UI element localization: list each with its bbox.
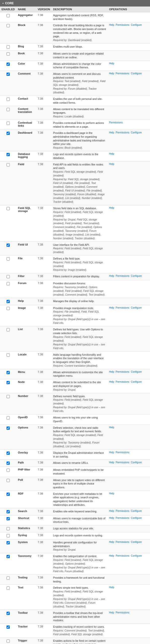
module-description: Stores field data in an SQL database.Req… — [52, 205, 108, 242]
operation-help-link[interactable]: Help — [109, 461, 114, 464]
operation-permissions-link[interactable]: Permissions — [116, 554, 129, 557]
module-enable-checkbox[interactable] — [7, 625, 10, 629]
operation-configure-link[interactable]: Configure — [131, 370, 142, 373]
module-enable-checkbox[interactable] — [7, 510, 10, 513]
operation-configure-link[interactable]: Configure — [131, 24, 142, 26]
module-enable-checkbox[interactable] — [7, 469, 10, 472]
module-enable-checkbox[interactable] — [7, 122, 10, 125]
operation-permissions-link[interactable]: Permissions — [116, 24, 129, 26]
module-enable-checkbox[interactable] — [7, 555, 10, 558]
operation-permissions-link[interactable]: Permissions — [116, 541, 129, 543]
operation-help-link[interactable]: Help — [109, 370, 114, 373]
module-enable-checkbox[interactable] — [7, 576, 10, 580]
operation-help-link[interactable]: Help — [109, 586, 114, 589]
module-enable-checkbox[interactable] — [7, 541, 10, 544]
operation-help-link[interactable]: Help — [109, 510, 114, 512]
module-enable-checkbox[interactable] — [7, 275, 10, 278]
module-enable-checkbox[interactable] — [7, 14, 10, 17]
operation-permissions-link[interactable]: Permissions — [109, 121, 123, 124]
module-operations — [108, 280, 150, 298]
operation-help-link[interactable]: Help — [109, 62, 114, 65]
operation-configure-link[interactable]: Configure — [131, 306, 142, 309]
operation-configure-link[interactable]: Configure — [131, 517, 142, 519]
module-enable-checkbox[interactable] — [7, 639, 10, 643]
module-enable-checkbox[interactable] — [7, 328, 10, 331]
operation-help-link[interactable]: Help — [109, 554, 114, 557]
module-version: 7.38 — [36, 539, 52, 553]
module-operations: HelpPermissionsConfigure — [108, 508, 150, 515]
module-description: Displays the Drupal administration inter… — [52, 450, 108, 460]
operation-help-link[interactable]: Help — [109, 131, 114, 134]
module-enable-checkbox[interactable] — [7, 353, 10, 357]
module-description-text: Field API to add fields to entities like… — [53, 163, 103, 170]
operation-help-link[interactable]: Help — [109, 275, 114, 277]
table-row: Options7.38Defines selection, check box … — [0, 424, 150, 450]
operation-permissions-link[interactable]: Permissions — [116, 131, 129, 134]
module-enable-checkbox[interactable] — [7, 163, 10, 166]
module-enable-checkbox[interactable] — [7, 416, 10, 419]
module-enable-checkbox[interactable] — [7, 517, 10, 520]
operation-help-link[interactable]: Help — [109, 492, 114, 495]
operation-configure-link[interactable]: Configure — [131, 541, 142, 543]
module-version: 7.38 — [36, 71, 52, 96]
module-enable-checkbox[interactable] — [7, 381, 10, 384]
operation-permissions-link[interactable]: Permissions — [116, 611, 129, 614]
operation-configure-link[interactable]: Configure — [131, 275, 142, 277]
module-enable-checkbox[interactable] — [7, 45, 10, 49]
module-enable-checkbox[interactable] — [7, 98, 10, 101]
module-enable-checkbox[interactable] — [7, 108, 10, 111]
module-enable-checkbox[interactable] — [7, 371, 10, 374]
operation-help-link[interactable]: Help — [109, 206, 114, 209]
operation-help-link[interactable]: Help — [109, 152, 114, 155]
operation-configure-link[interactable]: Configure — [131, 72, 142, 75]
operation-configure-link[interactable]: Configure — [131, 554, 142, 557]
operation-help-link[interactable]: Help — [109, 24, 114, 26]
module-description: Aggregates syndicated content (RSS, RDF,… — [52, 12, 108, 22]
module-enable-checkbox[interactable] — [7, 307, 10, 310]
operation-permissions-link[interactable]: Permissions — [116, 517, 129, 519]
operation-help-link[interactable]: Help — [109, 541, 114, 543]
operation-configure-link[interactable]: Configure — [131, 380, 142, 383]
module-enable-checkbox[interactable] — [7, 257, 10, 261]
module-enable-checkbox[interactable] — [7, 452, 10, 455]
operation-help-link[interactable]: Help — [109, 380, 114, 383]
operation-help-link[interactable]: Help — [109, 72, 114, 75]
module-enable-checkbox[interactable] — [7, 462, 10, 465]
operation-permissions-link[interactable]: Permissions — [116, 275, 129, 277]
module-enable-checkbox[interactable] — [7, 534, 10, 537]
operation-configure-link[interactable]: Configure — [131, 461, 142, 464]
module-enable-checkbox[interactable] — [7, 527, 10, 530]
operation-permissions-link[interactable]: Permissions — [116, 370, 129, 373]
operation-help-link[interactable]: Help — [109, 306, 114, 309]
module-enable-checkbox[interactable] — [7, 73, 10, 76]
operation-help-link[interactable]: Help — [109, 426, 114, 429]
module-enable-checkbox[interactable] — [7, 153, 10, 156]
module-enable-checkbox[interactable] — [7, 52, 10, 56]
module-enable-checkbox[interactable] — [7, 63, 10, 66]
module-enable-checkbox[interactable] — [7, 426, 10, 430]
operation-permissions-link[interactable]: Permissions — [116, 306, 129, 309]
operation-permissions-link[interactable]: Permissions — [116, 510, 129, 512]
module-enable-checkbox[interactable] — [7, 300, 10, 303]
module-enable-checkbox[interactable] — [7, 282, 10, 285]
module-enable-checkbox[interactable] — [7, 132, 10, 135]
module-enable-checkbox[interactable] — [7, 395, 10, 398]
module-enable-checkbox[interactable] — [7, 244, 10, 247]
module-enable-checkbox[interactable] — [7, 493, 10, 496]
operation-help-link[interactable]: Help — [109, 451, 114, 454]
operation-permissions-link[interactable]: Permissions — [116, 461, 129, 464]
operation-configure-link[interactable]: Configure — [131, 131, 142, 134]
operation-permissions-link[interactable]: Permissions — [116, 72, 129, 75]
module-enable-checkbox[interactable] — [7, 479, 10, 482]
operation-configure-link[interactable]: Configure — [131, 510, 142, 512]
module-enable-checkbox[interactable] — [7, 612, 10, 615]
operation-permissions-link[interactable]: Permissions — [116, 380, 129, 383]
operation-permissions-link[interactable]: Permissions — [116, 451, 129, 454]
operation-help-link[interactable]: Help — [109, 163, 114, 165]
module-description: Field API to add fields to entities like… — [52, 161, 108, 205]
module-enable-checkbox[interactable] — [7, 207, 10, 210]
operation-help-link[interactable]: Help — [109, 611, 114, 614]
module-enable-checkbox[interactable] — [7, 586, 10, 590]
operation-help-link[interactable]: Help — [109, 517, 114, 519]
module-enable-checkbox[interactable] — [7, 24, 10, 27]
